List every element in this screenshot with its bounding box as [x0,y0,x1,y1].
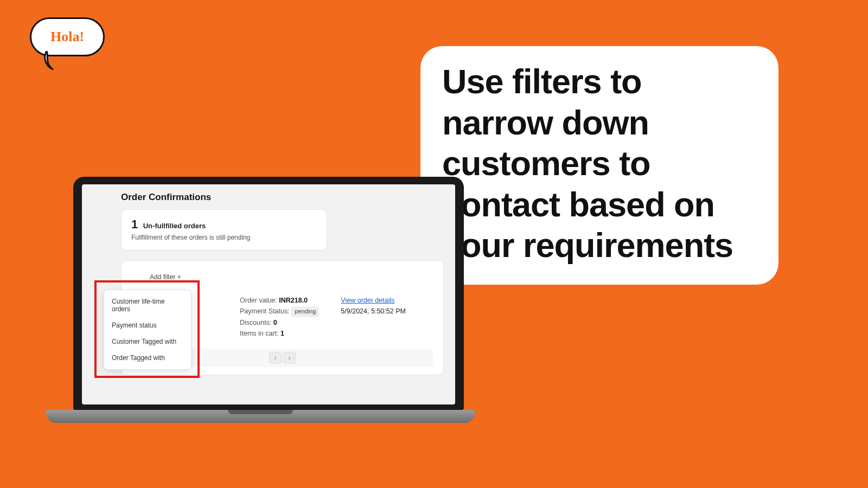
order-value-label: Order value: [240,297,277,304]
chevron-right-icon: › [289,354,291,362]
hola-text: Hola! [50,29,84,45]
order-value: INR218.0 [279,297,308,304]
order-details-col: Order value: INR218.0 Payment Status: pe… [240,295,319,339]
summary-card: 1 Un-fullfilled orders Fullfillment of t… [121,209,327,251]
page-title: Order Confirmations [121,192,443,203]
summary-count-label: Un-fullfilled orders [143,222,206,230]
order-meta-col: View order details 5/9/2024, 5:50:52 PM [341,295,406,339]
laptop-mockup: Order Confirmations 1 Un-fullfilled orde… [65,177,472,423]
laptop-screen-frame: Order Confirmations 1 Un-fullfilled orde… [73,177,464,410]
pager-next-button[interactable]: › [283,352,296,364]
laptop-screen: Order Confirmations 1 Un-fullfilled orde… [82,184,455,404]
filter-option[interactable]: Customer Tagged with [104,333,191,350]
items-label: Items in cart: [240,330,279,337]
laptop-base [46,410,475,423]
payment-status-badge: pending [291,306,319,317]
payment-status-label: Payment Status: [240,307,290,315]
discounts-value: 0 [273,319,277,326]
discounts-label: Discounts: [240,319,271,326]
filter-option[interactable]: Payment status [104,317,191,333]
filter-option[interactable]: Customer life-time orders [104,293,191,317]
filter-option[interactable]: Order Tagged with [104,350,191,366]
view-order-details-link[interactable]: View order details [341,295,406,306]
headline-text: Use filters to narrow down customers to … [442,61,757,266]
add-filter-button[interactable]: Add filter + [131,272,433,281]
summary-count: 1 [131,217,138,232]
items-value: 1 [280,330,284,337]
pager-prev-button[interactable]: ‹ [269,352,282,364]
summary-subtext: Fullfillment of these orders is still pe… [131,234,317,241]
order-timestamp: 5/9/2024, 5:50:52 PM [341,306,406,317]
hola-speech-bubble: Hola! [30,17,105,56]
add-filter-dropdown: Customer life-time orders Payment status… [104,290,192,370]
chevron-left-icon: ‹ [275,354,277,362]
headline-panel: Use filters to narrow down customers to … [420,46,778,285]
